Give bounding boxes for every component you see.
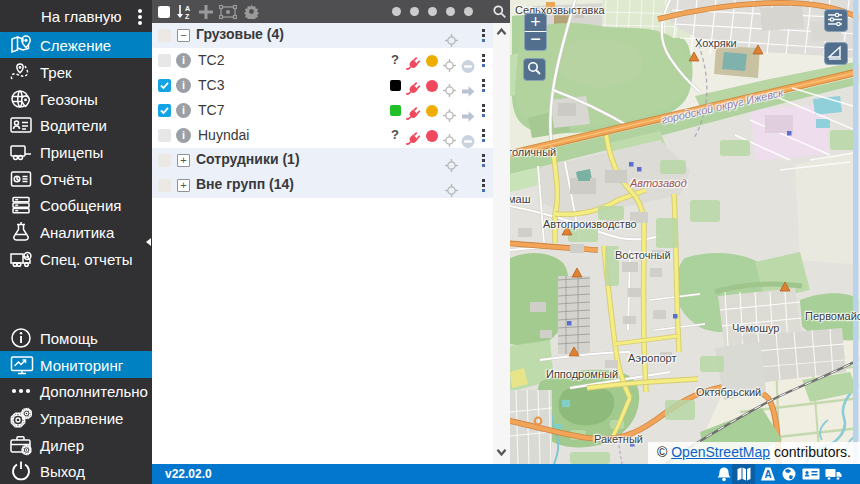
svg-text:A: A <box>185 5 190 12</box>
svg-text:A: A <box>764 469 771 480</box>
svg-text:Z: Z <box>185 13 190 20</box>
